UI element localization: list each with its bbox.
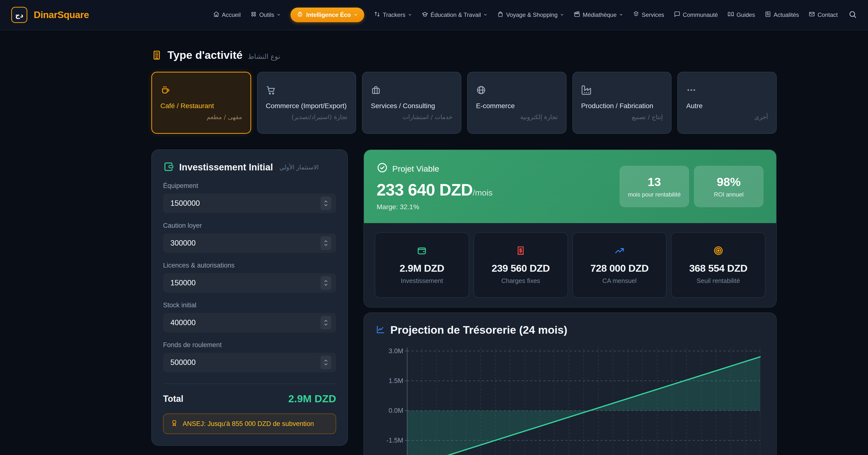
- activity-card-label-arabic: تجارة إلكترونية: [476, 114, 558, 121]
- fonds-roulement-input[interactable]: 500000: [163, 353, 336, 372]
- stat-investissement: 2.9M DZD Investissement: [375, 232, 469, 298]
- ansej-subsidy-badge: ANSEJ: Jusqu'à 855 000 DZD de subvention: [163, 414, 336, 434]
- layers-icon: [633, 11, 639, 19]
- licences-input[interactable]: 150000: [163, 273, 336, 293]
- nav-item-mediatheque[interactable]: Médiathèque: [574, 11, 623, 19]
- activity-card-label: Production / Fabrication: [581, 101, 663, 110]
- activity-card-commerce[interactable]: Commerce (Import/Export) تجارة (استيراد/…: [257, 72, 356, 134]
- activity-card-cafe-restaurant[interactable]: Café / Restaurant مقهى / مطعم: [151, 72, 251, 134]
- chevron-down-icon: [277, 11, 281, 18]
- number-stepper[interactable]: [320, 196, 331, 210]
- kpi-value: 13: [648, 175, 661, 189]
- stat-value: 239 560 DZD: [492, 263, 550, 274]
- nav-item-label: Éducation & Travail: [431, 11, 481, 18]
- nav-item-accueil[interactable]: Accueil: [213, 11, 241, 19]
- field-stock-initial: Stock initial 400000: [163, 301, 336, 332]
- section-title-arabic: نوع النشاط: [248, 53, 280, 61]
- nav-item-actualites[interactable]: Actualités: [765, 11, 799, 19]
- nav-item-label: Intelligence Éco: [306, 11, 351, 18]
- activity-card-ecommerce[interactable]: E-commerce تجارة إلكترونية: [467, 72, 566, 134]
- activity-card-label: Autre: [686, 101, 768, 110]
- results-column: Projet Viable 233 640 DZD/mois Marge: 32…: [364, 149, 777, 455]
- field-label: Licences & autorisations: [163, 262, 336, 269]
- chevron-down-icon: [408, 11, 412, 18]
- stat-label: CA mensuel: [602, 277, 637, 284]
- nav-item-trackers[interactable]: Trackers: [374, 11, 412, 19]
- equipement-input[interactable]: 1500000: [163, 193, 336, 213]
- stat-ca-mensuel: 728 000 DZD CA mensuel: [572, 232, 667, 298]
- kpi-boxes: 13 mois pour rentabilité 98% ROI annuel: [620, 166, 764, 207]
- monthly-profit: 233 640 DZD/mois: [377, 180, 620, 199]
- stat-value: 2.9M DZD: [400, 263, 444, 274]
- chevron-down-icon: [483, 11, 488, 18]
- activity-card-label-arabic: مقهى / مطعم: [160, 114, 242, 121]
- top-navbar: دج DinarSquare Accueil Outils Intelligen…: [0, 0, 868, 30]
- nav-item-communaute[interactable]: Communauté: [674, 11, 718, 19]
- activity-card-label-arabic: أخرى: [686, 114, 768, 121]
- subsidy-text: ANSEJ: Jusqu'à 855 000 DZD de subvention: [183, 420, 314, 428]
- activity-card-production[interactable]: Production / Fabrication إنتاج / تصنيع: [572, 72, 672, 134]
- home-icon: [213, 11, 219, 19]
- wallet-icon: [417, 246, 427, 257]
- stat-charges-fixes: 239 560 DZD Charges fixes: [473, 232, 568, 298]
- input-value: 400000: [170, 318, 320, 327]
- kpi-value: 98%: [717, 175, 741, 189]
- field-label: Fonds de roulement: [163, 341, 336, 349]
- number-stepper[interactable]: [320, 236, 331, 250]
- check-circle-icon: [377, 162, 388, 175]
- field-caution-loyer: Caution loyer 300000: [163, 222, 336, 253]
- nav-item-education-travail[interactable]: Éducation & Travail: [422, 11, 488, 19]
- treasury-projection-card: Projection de Trésorerie (24 mois) 3.0M1…: [364, 312, 777, 455]
- nav-item-services[interactable]: Services: [633, 11, 664, 19]
- brand-logo[interactable]: دج: [11, 7, 27, 23]
- nav-item-contact[interactable]: Contact: [809, 11, 838, 19]
- activity-card-autre[interactable]: Autre أخرى: [677, 72, 777, 134]
- total-label: Total: [163, 394, 183, 404]
- monthly-profit-value: 233 640 DZD: [377, 180, 472, 199]
- graduation-cap-icon: [422, 11, 428, 19]
- section-title: Type d'activité: [167, 49, 242, 62]
- field-licences: Licences & autorisations 150000: [163, 262, 336, 293]
- caution-loyer-input[interactable]: 300000: [163, 233, 336, 253]
- margin-label: Marge: 32.1%: [377, 203, 620, 211]
- activity-section-header: Type d'activité نوع النشاط: [151, 49, 777, 62]
- nav-item-label: Guides: [737, 11, 755, 18]
- chart-header: Projection de Trésorerie (24 mois): [376, 324, 765, 336]
- brand-name[interactable]: DinarSquare: [34, 9, 89, 20]
- newspaper-icon: [765, 11, 771, 19]
- number-stepper[interactable]: [320, 356, 331, 369]
- kpi-label: mois pour rentabilité: [628, 191, 681, 198]
- field-equipement: Équipement 1500000: [163, 182, 336, 213]
- activity-card-label: Services / Consulting: [371, 101, 453, 110]
- stat-label: Seuil rentabilité: [696, 277, 740, 284]
- investment-title-arabic: الاستثمار الأولي: [279, 164, 318, 171]
- number-stepper[interactable]: [320, 276, 331, 290]
- award-icon: [170, 419, 178, 429]
- brand-logo-text: دج: [15, 11, 23, 19]
- chart-title: Projection de Trésorerie (24 mois): [390, 324, 567, 336]
- brain-icon: [297, 11, 303, 19]
- viability-status: Projet Viable: [377, 162, 620, 175]
- nav-item-guides[interactable]: Guides: [727, 11, 755, 19]
- line-chart-icon: [376, 325, 385, 335]
- treasury-chart-svg: 3.0M1.5M0.0M-1.5M: [376, 343, 765, 455]
- nav-item-label: Actualités: [774, 11, 799, 18]
- svg-text:3.0M: 3.0M: [389, 347, 403, 355]
- number-stepper[interactable]: [320, 316, 331, 330]
- input-value: 150000: [170, 278, 320, 287]
- briefcase-icon: [371, 85, 453, 95]
- input-value: 1500000: [170, 199, 320, 208]
- search-button[interactable]: [848, 10, 857, 20]
- input-value: 500000: [170, 358, 320, 367]
- arrows-up-down-icon: [374, 11, 380, 19]
- nav-item-outils[interactable]: Outils: [250, 11, 281, 19]
- nav-item-label: Accueil: [222, 11, 241, 18]
- viability-card: Projet Viable 233 640 DZD/mois Marge: 32…: [364, 149, 777, 308]
- activity-card-services-consulting[interactable]: Services / Consulting خدمات / استشارات: [362, 72, 461, 134]
- kpi-roi: 98% ROI annuel: [694, 166, 764, 207]
- nav-item-voyage-shopping[interactable]: Voyage & Shopping: [497, 11, 564, 19]
- coffee-cup-icon: [160, 85, 242, 95]
- nav-item-intelligence-eco[interactable]: Intelligence Éco: [290, 7, 364, 22]
- activity-card-label: Café / Restaurant: [160, 101, 242, 110]
- stock-initial-input[interactable]: 400000: [163, 313, 336, 332]
